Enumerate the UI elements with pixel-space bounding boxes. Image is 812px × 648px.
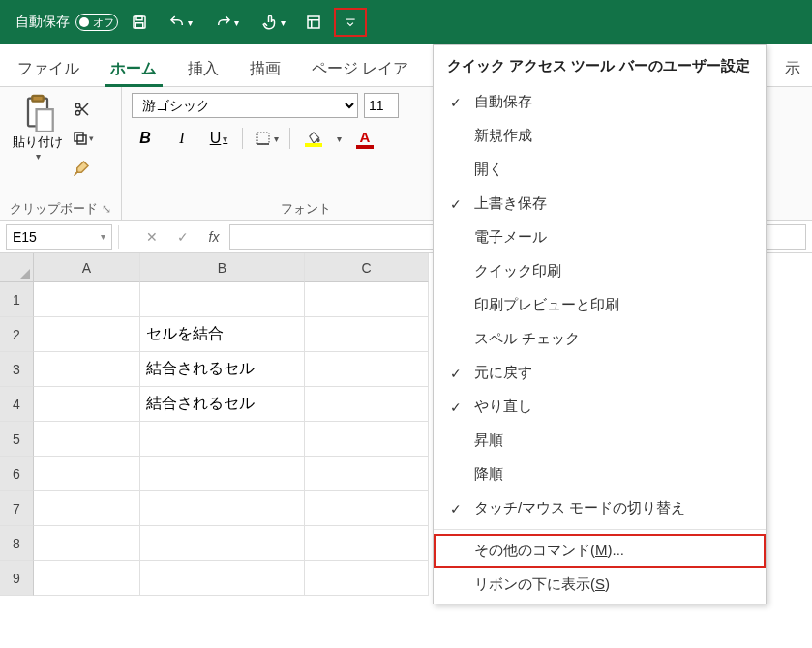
cell[interactable] <box>34 387 140 422</box>
cell[interactable]: セルを結合 <box>140 317 305 352</box>
row-header[interactable]: 5 <box>0 422 34 457</box>
cell[interactable] <box>34 457 140 491</box>
cell[interactable] <box>140 282 305 317</box>
qat-menu-item-label: 降順 <box>474 465 503 484</box>
svg-rect-9 <box>37 109 53 132</box>
tab-file[interactable]: ファイル <box>12 53 85 87</box>
qat-menu-item[interactable]: ✓上書き保存 <box>434 187 766 221</box>
cell[interactable] <box>140 422 305 457</box>
format-painter-button[interactable] <box>70 155 95 180</box>
font-family-select[interactable]: 游ゴシック <box>132 93 358 118</box>
row-header[interactable]: 7 <box>0 491 34 526</box>
cell[interactable]: 結合されるセル <box>140 387 305 422</box>
tab-home[interactable]: ホーム <box>105 53 163 87</box>
cell[interactable] <box>140 526 305 561</box>
row-header[interactable]: 3 <box>0 352 34 387</box>
cell[interactable] <box>305 561 429 596</box>
undo-button[interactable]: ▾ <box>161 9 199 36</box>
touch-mode-button[interactable]: ▾ <box>254 9 292 36</box>
fx-button[interactable]: fx <box>198 229 229 245</box>
qat-menu-item[interactable]: 降順 <box>434 457 766 491</box>
name-box[interactable]: E15 ▾ <box>6 224 112 250</box>
qat-menu-item[interactable]: 印刷プレビューと印刷 <box>434 288 766 322</box>
underline-button[interactable]: U ▾ <box>205 126 232 151</box>
chevron-down-icon: ▾ <box>101 231 105 242</box>
qat-customize-button[interactable] <box>335 9 366 36</box>
qat-menu-title: クイック アクセス ツール バーのユーザー設定 <box>434 45 766 85</box>
qat-menu-item-label: タッチ/マウス モードの切り替え <box>474 499 685 517</box>
redo-button[interactable]: ▾ <box>207 9 246 36</box>
cancel-formula-button[interactable]: ✕ <box>136 229 167 245</box>
row-header[interactable]: 1 <box>0 282 34 317</box>
cell[interactable] <box>305 387 429 422</box>
qat-menu-item[interactable]: 開く <box>434 153 766 187</box>
qat-menu-item[interactable]: 電子メール <box>434 221 766 254</box>
svg-rect-16 <box>257 133 269 144</box>
chevron-down-icon[interactable]: ▾ <box>337 133 342 144</box>
qat-menu-item-label: クイック印刷 <box>474 262 561 280</box>
cell[interactable] <box>305 282 429 317</box>
cell[interactable] <box>34 317 140 352</box>
qat-menu-item[interactable]: ✓タッチ/マウス モードの切り替え <box>434 491 766 525</box>
border-button[interactable]: ▾ <box>253 126 280 151</box>
cell[interactable] <box>305 317 429 352</box>
cell[interactable]: 結合されるセル <box>140 352 305 387</box>
cell[interactable] <box>305 526 429 561</box>
cell[interactable] <box>34 526 140 561</box>
qat-menu-item[interactable]: クイック印刷 <box>434 254 766 288</box>
cell[interactable] <box>305 457 429 491</box>
bold-button[interactable]: B <box>132 126 159 151</box>
column-header[interactable]: C <box>305 253 429 282</box>
paste-button[interactable]: 貼り付け ▾ <box>10 93 66 162</box>
cell[interactable] <box>34 352 140 387</box>
row-header[interactable]: 9 <box>0 561 34 596</box>
qat-menu-item[interactable]: ✓やり直し <box>434 390 766 424</box>
cell[interactable] <box>305 352 429 387</box>
menu-item-show-below-ribbon[interactable]: リボンの下に表示(S) <box>434 568 766 602</box>
menu-item-more-commands[interactable]: その他のコマンド(M)... <box>434 534 766 568</box>
svg-rect-1 <box>136 16 142 20</box>
cell[interactable] <box>140 561 305 596</box>
cell[interactable] <box>34 282 140 317</box>
autosave-toggle[interactable]: 自動保存 オフ <box>15 14 118 31</box>
dialog-launcher-icon[interactable]: ⤡ <box>102 202 111 216</box>
tab-insert[interactable]: 挿入 <box>182 53 225 87</box>
tab-draw[interactable]: 描画 <box>244 53 286 87</box>
italic-button[interactable]: I <box>168 126 195 151</box>
cell[interactable] <box>305 422 429 457</box>
check-icon: ✓ <box>447 366 465 381</box>
row-header[interactable]: 4 <box>0 387 34 422</box>
row-header[interactable]: 8 <box>0 526 34 561</box>
confirm-formula-button[interactable]: ✓ <box>167 229 198 245</box>
fill-color-button[interactable] <box>300 126 327 151</box>
tab-view-fragment[interactable]: 示 <box>779 53 800 87</box>
tab-page-layout[interactable]: ページ レイア <box>306 53 414 87</box>
row-header[interactable]: 6 <box>0 457 34 491</box>
qat-menu-item[interactable]: ✓自動保存 <box>434 85 766 119</box>
save-button[interactable] <box>126 9 153 36</box>
cell[interactable] <box>34 561 140 596</box>
group-clipboard-label: クリップボード ⤡ <box>10 196 111 218</box>
cell[interactable] <box>34 422 140 457</box>
qat-menu-item[interactable]: 昇順 <box>434 424 766 457</box>
select-all-corner[interactable] <box>0 253 34 282</box>
cell[interactable] <box>34 491 140 526</box>
copy-button[interactable]: ▾ <box>70 126 95 151</box>
scissors-icon <box>74 101 91 118</box>
svg-point-10 <box>75 103 80 108</box>
cell[interactable] <box>140 491 305 526</box>
form-button[interactable] <box>300 9 327 36</box>
column-header[interactable]: A <box>34 253 140 282</box>
qat-menu-item[interactable]: ✓元に戻す <box>434 356 766 390</box>
cut-button[interactable] <box>70 97 95 122</box>
border-icon <box>255 130 272 147</box>
font-size-input[interactable] <box>364 93 399 118</box>
cell[interactable] <box>140 457 305 491</box>
font-color-button[interactable]: A <box>351 126 378 151</box>
column-header[interactable]: B <box>140 253 305 282</box>
svg-rect-14 <box>77 135 86 144</box>
row-header[interactable]: 2 <box>0 317 34 352</box>
cell[interactable] <box>305 491 429 526</box>
qat-menu-item[interactable]: スペル チェック <box>434 322 766 356</box>
qat-menu-item[interactable]: 新規作成 <box>434 119 766 153</box>
